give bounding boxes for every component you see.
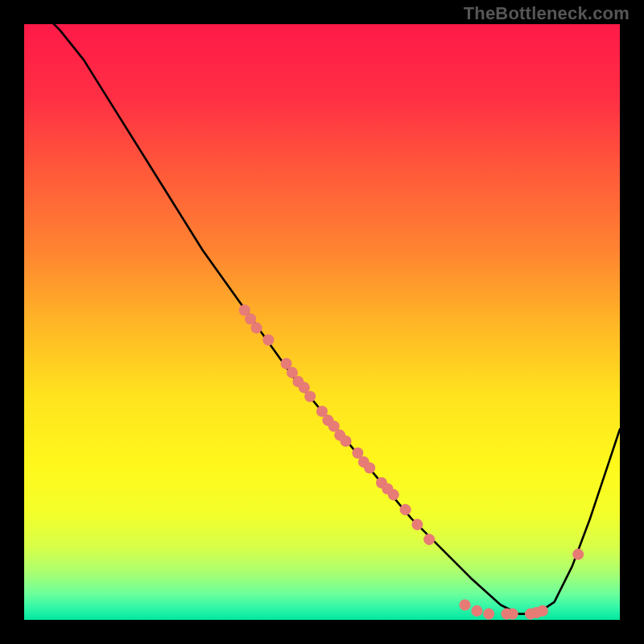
data-marker [423,534,435,545]
curve-layer [24,24,620,620]
plot-area [24,24,620,620]
data-marker [400,504,411,515]
chart-container: TheBottleneck.com [0,0,644,644]
data-marker [411,519,423,530]
data-marker [537,605,548,617]
data-marker [388,489,399,501]
data-marker [460,599,471,610]
watermark-text: TheBottleneck.com [464,3,630,24]
data-marker [483,609,494,620]
data-marker [262,334,274,345]
data-markers [239,304,584,619]
data-marker [471,605,482,617]
data-marker [304,390,316,402]
data-marker [507,609,518,620]
data-marker [364,462,375,473]
data-marker [341,436,352,447]
data-marker [251,322,262,333]
data-marker [572,549,584,560]
bottleneck-curve [24,24,620,614]
